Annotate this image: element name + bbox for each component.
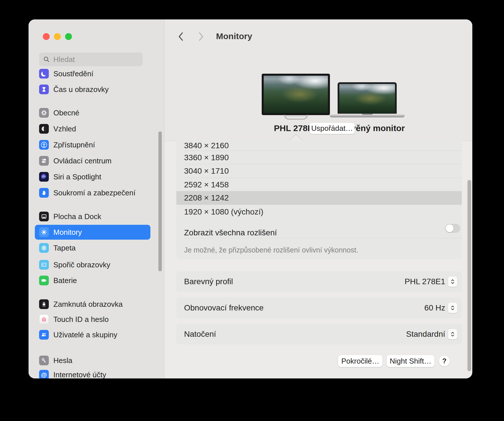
screen-time-icon	[39, 85, 49, 94]
siri-icon	[39, 172, 49, 182]
resolution-option-3360x1890[interactable]: 3360 × 1890	[176, 151, 462, 164]
displays-icon	[39, 227, 49, 237]
desktop-dock-icon	[39, 212, 49, 221]
sidebar-item-touch-id[interactable]: Touch ID a heslo	[35, 312, 150, 327]
content-scrollbar[interactable]	[467, 180, 471, 371]
accessibility-icon	[39, 140, 49, 150]
resolution-option-3040x1710[interactable]: 3040 × 1710	[176, 164, 462, 178]
refresh-rate-value: 60 Hz	[424, 298, 445, 318]
search-input[interactable]	[53, 55, 139, 64]
forward-button[interactable]	[195, 31, 207, 42]
sidebar-item-accessibility[interactable]: Zpřístupnění	[35, 137, 150, 152]
zoom-window-button[interactable]	[65, 33, 72, 40]
users-groups-icon	[39, 330, 49, 340]
minimize-window-button[interactable]	[54, 33, 61, 40]
advanced-button[interactable]: Pokročilé…	[338, 355, 382, 367]
rotation-value: Standardní	[406, 324, 445, 344]
night-shift-button[interactable]: Night Shift…	[387, 355, 434, 367]
sidebar-item-privacy[interactable]: Soukromí a zabezpečení	[35, 185, 150, 200]
sidebar-scrollbar[interactable]	[158, 131, 162, 271]
sidebar-item-appearance[interactable]: Vzhled	[35, 121, 150, 136]
show-all-resolutions-label: Zobrazit všechna rozlišení	[184, 228, 277, 237]
wallpaper-icon	[39, 243, 49, 253]
builtin-display-base	[330, 114, 405, 117]
sidebar-item-general[interactable]: Obecné	[35, 105, 150, 120]
sidebar-item-lock-screen[interactable]: Zamknutá obrazovka	[35, 297, 150, 312]
sidebar-item-siri[interactable]: Siri a Spotlight	[35, 169, 150, 184]
external-display-stand	[284, 115, 308, 120]
sidebar-item-displays[interactable]: Monitory	[35, 225, 150, 240]
screensaver-icon	[39, 260, 49, 270]
selected-display-pointer	[289, 135, 303, 141]
sidebar-item-passwords[interactable]: Hesla	[35, 353, 150, 368]
external-display-thumbnail[interactable]	[262, 74, 330, 115]
sidebar-item-control-center[interactable]: Ovládací centrum	[35, 153, 150, 168]
back-button[interactable]	[175, 31, 186, 42]
internet-accounts-icon: @	[39, 370, 49, 378]
close-window-button[interactable]	[43, 33, 50, 40]
general-icon	[39, 108, 49, 118]
toggle-knob	[446, 224, 453, 232]
screenshot-stage: Soustředění Čas u obrazovky Obecné Vzhle…	[0, 0, 504, 421]
sidebar: Soustředění Čas u obrazovky Obecné Vzhle…	[29, 19, 164, 378]
focus-icon	[39, 69, 49, 79]
refresh-rate-stepper[interactable]	[448, 303, 457, 313]
color-profile-stepper[interactable]	[448, 276, 457, 287]
sidebar-item-battery[interactable]: Baterie	[35, 273, 150, 288]
sidebar-item-screensaver[interactable]: Spořič obrazovky	[35, 257, 150, 272]
lock-screen-icon	[39, 299, 49, 309]
refresh-rate-label: Obnovovací frekvence	[184, 298, 264, 318]
page-title: Monitory	[216, 31, 252, 41]
resolution-option-2208x1242-selected[interactable]: 2208 × 1242	[176, 191, 462, 205]
resolution-option-3840x2160[interactable]: 3840 × 2160	[176, 141, 462, 151]
search-icon	[43, 56, 50, 63]
appearance-icon	[39, 124, 49, 134]
refresh-rate-row: Obnovovací frekvence 60 Hz	[176, 298, 462, 318]
sidebar-item-internet-accounts[interactable]: @ Internetové účty	[35, 367, 150, 378]
builtin-display-thumbnail[interactable]	[338, 82, 397, 114]
arrange-displays-button[interactable]: Uspořádat…	[309, 123, 355, 134]
privacy-icon	[39, 188, 49, 198]
sidebar-item-users-groups[interactable]: Uživatelé a skupiny	[35, 327, 150, 342]
builtin-display-wallpaper	[339, 84, 395, 113]
sidebar-item-wallpaper[interactable]: Tapeta	[35, 240, 150, 255]
color-profile-label: Barevný profil	[184, 271, 233, 292]
color-profile-row: Barevný profil PHL 278E1	[176, 271, 462, 292]
displays-top-section: Monitory PHL 278E1 Vestavěný monitor Usp…	[164, 19, 472, 141]
sidebar-item-screen-time[interactable]: Čas u obrazovky	[35, 82, 150, 97]
resolution-option-1920x1080[interactable]: 1920 × 1080 (výchozí)	[176, 205, 462, 218]
rotation-row: Natočení Standardní	[176, 324, 462, 344]
battery-icon	[39, 276, 49, 285]
search-field[interactable]	[39, 53, 143, 66]
resolution-option-2592x1458[interactable]: 2592 × 1458	[176, 178, 462, 191]
sidebar-item-focus[interactable]: Soustředění	[35, 66, 150, 81]
touch-id-icon	[39, 314, 49, 324]
show-all-resolutions-toggle[interactable]	[445, 224, 460, 233]
system-settings-window: Soustředění Čas u obrazovky Obecné Vzhle…	[29, 19, 472, 378]
rotation-label: Natočení	[184, 324, 216, 344]
rotation-stepper[interactable]	[448, 329, 457, 339]
color-profile-value: PHL 278E1	[405, 271, 445, 292]
passwords-icon	[39, 356, 49, 365]
resolution-list-card: 3840 × 2160 3360 × 1890 3040 × 1710 2592…	[176, 141, 462, 259]
help-button[interactable]: ?	[439, 356, 450, 366]
resolution-performance-note: Je možné, že přizpůsobené rozlišení ovli…	[184, 246, 358, 254]
external-display-wallpaper	[264, 76, 328, 113]
sidebar-item-desktop-dock[interactable]: Plocha a Dock	[35, 209, 150, 224]
control-center-icon	[39, 156, 49, 166]
row-divider	[184, 238, 462, 238]
